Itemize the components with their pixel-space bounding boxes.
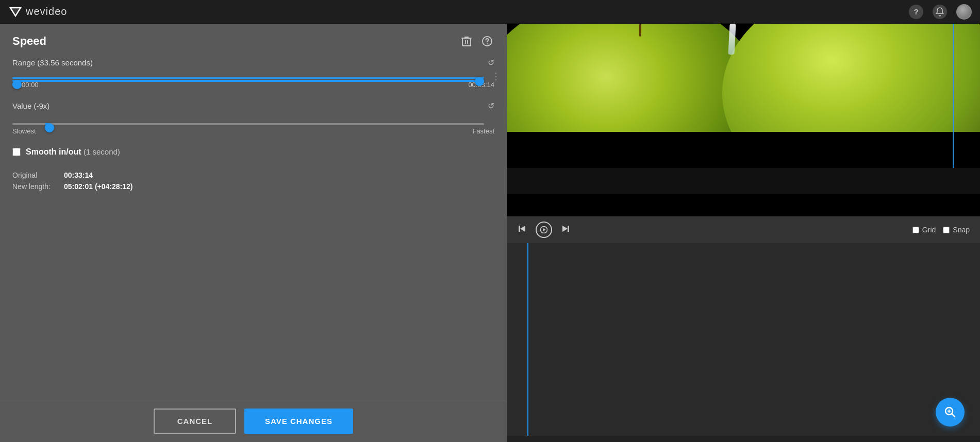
timeline-cursor-preview [953,24,954,168]
smooth-sub-text: (1 second) [84,147,120,156]
snap-checkbox[interactable] [943,227,950,233]
apple-scene [507,24,980,168]
panel-footer: CANCEL SAVE CHANGES [0,400,507,442]
grid-checkbox-label[interactable]: Grid [912,226,936,234]
logo-text: wevideo [26,6,67,18]
help-button[interactable]: ? [909,5,923,19]
range-reset-icon[interactable]: ↺ [488,58,494,67]
cancel-button[interactable]: CANCEL [154,409,236,434]
svg-marker-8 [543,228,546,231]
value-section-label: Value (-9x) ↺ [12,101,494,111]
value-range-labels: Slowest Fastest [12,127,494,135]
info-grid: Original 00:33:14 New length: 05:02:01 (… [12,171,494,191]
user-avatar[interactable] [956,4,972,20]
preview-bottom [507,168,980,194]
playback-bar: Grid Snap [507,216,980,243]
value-min-label: Slowest [12,127,36,135]
help-button[interactable] [480,34,494,48]
range-label-text: Range (33.56 seconds) [12,58,93,67]
skip-forward-icon [560,224,571,234]
apple-stem-left [639,24,641,37]
svg-rect-6 [519,226,520,232]
play-icon [540,226,547,233]
value-max-label: Fastest [472,127,494,135]
smooth-label[interactable]: Smooth in/out (1 second) [26,147,120,157]
panel-title: Speed [12,35,46,48]
left-panel: Speed [0,24,507,442]
snap-label: Snap [953,226,970,234]
original-label: Original [12,171,64,179]
scene-bottom [507,132,980,168]
topbar-right: ? [909,4,972,20]
timeline-cursor [527,243,528,436]
original-value: 00:33:14 [64,171,494,179]
search-zoom-icon [944,406,956,418]
video-preview [507,24,980,216]
trash-icon [461,36,472,47]
snap-checkbox-label[interactable]: Snap [943,226,970,234]
smooth-checkbox[interactable] [12,148,21,156]
zoom-search-button[interactable] [936,398,965,427]
bell-icon [936,7,944,16]
panel-header: Speed [12,34,494,48]
svg-rect-10 [568,226,569,232]
play-button[interactable] [536,222,552,238]
save-changes-button[interactable]: SAVE CHANGES [244,409,353,434]
timeline-area [507,243,980,436]
grid-label: Grid [922,226,936,234]
svg-point-4 [487,43,488,44]
scene-bg [507,24,980,168]
smooth-section: Smooth in/out (1 second) [12,147,494,157]
value-slider-row [12,118,494,127]
help-icon: ? [913,7,918,16]
svg-marker-5 [520,226,525,232]
scrollbar-area[interactable] [507,436,980,442]
value-reset-icon[interactable]: ↺ [488,101,494,111]
logo[interactable]: wevideo [8,5,67,19]
panel-content: Speed [0,24,507,400]
main-layout: Speed [0,24,980,442]
playback-controls [517,222,571,238]
svg-rect-2 [462,38,471,46]
new-length-value: 05:02:01 (+04:28:12) [64,182,494,191]
range-end-slider-row: ⋮ [12,72,494,81]
value-label-text: Value (-9x) [12,101,49,110]
right-panel: Grid Snap [507,24,980,442]
range-end-slider[interactable] [12,77,484,79]
prev-button[interactable] [517,224,527,236]
next-button[interactable] [560,224,571,236]
skip-back-icon [517,224,527,234]
topbar: wevideo ? [0,0,980,24]
new-length-label: New length: [12,182,64,191]
grid-checkbox[interactable] [912,227,919,233]
panel-header-icons [459,34,494,48]
wevideo-logo-icon [8,5,23,19]
svg-marker-9 [562,226,568,232]
question-circle-icon [482,36,492,46]
smooth-label-text: Smooth in/out [26,147,81,156]
grid-snap-controls: Grid Snap [912,226,970,234]
more-options-icon[interactable]: ⋮ [491,71,501,82]
notifications-button[interactable] [933,5,947,19]
range-section-label: Range (33.56 seconds) ↺ [12,58,494,67]
delete-button[interactable] [459,34,474,48]
value-slider[interactable] [12,123,484,125]
